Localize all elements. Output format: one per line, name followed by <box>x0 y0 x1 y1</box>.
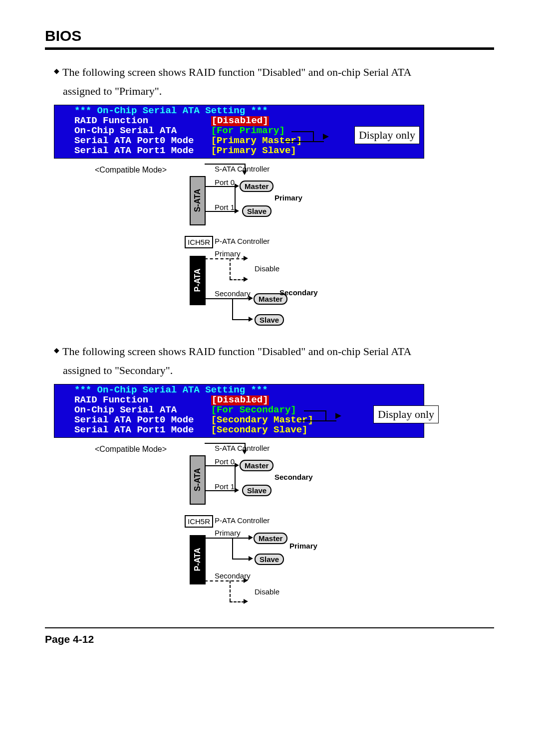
pata-primary-label: Primary <box>215 529 241 537</box>
bios-row: On-Chip Serial ATA [For Secondary] <box>74 405 424 415</box>
sata-controller-label: S-ATA Controller <box>215 444 270 452</box>
port1-label: Port 1 <box>215 482 235 491</box>
port0-label: Port 0 <box>215 178 235 187</box>
bios-value: [Disabled] <box>211 116 269 126</box>
bios-label: Serial ATA Port1 Mode <box>74 146 194 156</box>
bios-heading: *** On-Chip Serial ATA Setting *** <box>74 385 424 395</box>
bullet-icon: ◆ <box>54 346 59 355</box>
bios-value: [Secondary Master] <box>211 415 313 425</box>
bios-box: *** On-Chip Serial ATA Setting *** RAID … <box>54 384 424 437</box>
master-pill: Master <box>240 181 273 192</box>
slave-pill: Slave <box>242 205 271 217</box>
compatible-mode-label: <Compatible Mode> <box>95 445 167 454</box>
pata-controller-label: P-ATA Controller <box>215 237 270 245</box>
page-number: Page 4-12 <box>45 633 494 645</box>
bios-value: [For Secondary] <box>211 405 296 415</box>
page-title: BIOS <box>45 27 494 44</box>
bios-screen: *** On-Chip Serial ATA Setting *** RAID … <box>54 105 424 159</box>
footer-rule <box>45 627 494 628</box>
pata-controller-label: P-ATA Controller <box>215 516 270 525</box>
pata-box: P-ATA <box>190 256 206 305</box>
ich5r-label: ICH5R <box>185 515 213 528</box>
bios-row: RAID Function [Disabled] <box>74 116 424 126</box>
bios-label: RAID Function <box>74 116 148 126</box>
ich5r-label: ICH5R <box>185 236 213 248</box>
pata-secondary-label: Secondary <box>215 289 251 298</box>
bios-label: On-Chip Serial ATA <box>74 126 177 136</box>
bios-label: Serial ATA Port1 Mode <box>74 425 194 435</box>
paragraph-text-cont: assigned to "Secondary". <box>63 362 494 379</box>
pata-box: P-ATA <box>190 535 206 584</box>
bios-value: [Secondary Slave] <box>211 425 308 435</box>
sata-group-label: Primary <box>274 193 302 202</box>
compatible-mode-label: <Compatible Mode> <box>95 166 167 175</box>
bios-value: [For Primary] <box>211 126 285 136</box>
slave-pill: Slave <box>242 485 271 496</box>
bios-screen: *** On-Chip Serial ATA Setting *** RAID … <box>54 384 424 438</box>
bios-row: Serial ATA Port1 Mode [Secondary Slave] <box>74 425 424 435</box>
pata-group-label: Primary <box>289 542 317 550</box>
diagram-secondary: <Compatible Mode> ICH5R S-ATA S-ATA Cont… <box>95 443 494 612</box>
bios-row: Serial ATA Port1 Mode [Primary Slave] <box>74 146 424 156</box>
paragraph-text: The following screen shows RAID function… <box>62 343 411 360</box>
bios-row: RAID Function [Disabled] <box>74 395 424 405</box>
diagram-primary: <Compatible Mode> ICH5R S-ATA S-ATA Cont… <box>95 164 494 328</box>
title-rule <box>45 47 494 50</box>
port0-label: Port 0 <box>215 457 235 466</box>
bios-row: Serial ATA Port0 Mode [Secondary Master] <box>74 415 424 425</box>
master-pill: Master <box>254 533 287 544</box>
port1-label: Port 1 <box>215 203 235 211</box>
pata-primary-label: Primary <box>215 249 241 258</box>
bios-value: [Primary Slave] <box>211 146 296 156</box>
slave-pill: Slave <box>255 554 284 565</box>
bios-label: Serial ATA Port0 Mode <box>74 136 194 146</box>
paragraph-text: The following screen shows RAID function… <box>62 64 411 81</box>
pata-group-label: Secondary <box>279 288 318 297</box>
slave-pill: Slave <box>255 314 284 326</box>
bullet-paragraph: ◆ The following screen shows RAID functi… <box>54 343 494 360</box>
disable-label: Disable <box>255 587 279 596</box>
bios-heading: *** On-Chip Serial ATA Setting *** <box>74 106 424 116</box>
page: BIOS ◆ The following screen shows RAID f… <box>0 0 539 665</box>
bios-label: On-Chip Serial ATA <box>74 405 177 415</box>
bios-label: Serial ATA Port0 Mode <box>74 415 194 425</box>
sata-group-label: Secondary <box>274 473 313 481</box>
sata-box: S-ATA <box>190 455 206 505</box>
bullet-paragraph: ◆ The following screen shows RAID functi… <box>54 64 494 81</box>
display-only-label: Display only <box>354 126 420 144</box>
disable-label: Disable <box>255 264 279 273</box>
display-only-label: Display only <box>373 405 439 423</box>
master-pill: Master <box>240 460 273 471</box>
bullet-icon: ◆ <box>54 67 59 75</box>
paragraph-text-cont: assigned to "Primary". <box>63 83 494 100</box>
sata-controller-label: S-ATA Controller <box>215 165 270 173</box>
bios-label: RAID Function <box>74 395 148 405</box>
bios-value: [Disabled] <box>211 395 269 405</box>
sata-box: S-ATA <box>190 176 206 225</box>
